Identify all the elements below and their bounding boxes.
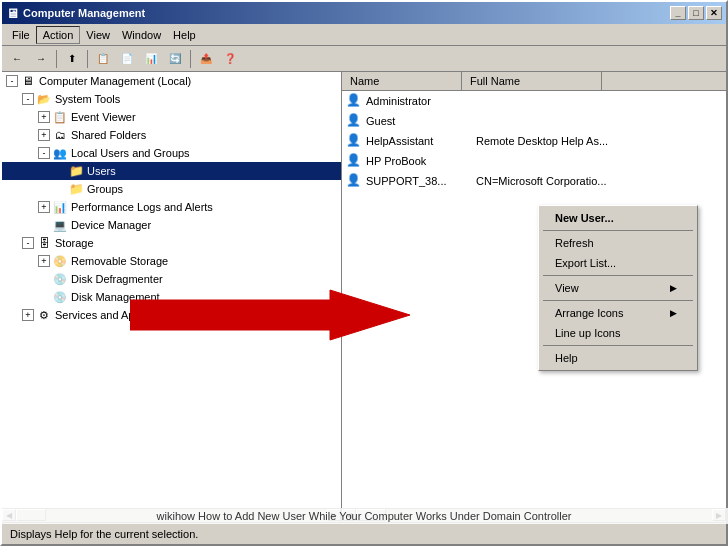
minimize-button[interactable]: _ [670,6,686,20]
window-title: Computer Management [23,7,145,19]
user-row-hpprobook[interactable]: 👤 HP ProBook [342,151,726,171]
help-button[interactable]: ❓ [219,49,241,69]
tree-label-removable: Removable Storage [71,255,168,267]
user-icon-guest: 👤 [346,113,362,129]
tree-item-shared-folders[interactable]: + Shared Folders [2,126,341,144]
ctx-lineup-label: Line up Icons [555,327,620,339]
toolbar-separator-2 [87,50,88,68]
ctx-sep-2 [543,275,693,276]
user-icon-helpassistant: 👤 [346,133,362,149]
ctx-sep-3 [543,300,693,301]
user-icon-support: 👤 [346,173,362,189]
ctx-view-arrow: ▶ [670,283,677,293]
tree-label-system-tools: System Tools [55,93,120,105]
expand-local-users[interactable]: - [38,147,50,159]
up-button[interactable]: ⬆ [61,49,83,69]
storage-icon [36,235,52,251]
red-arrow-annotation [130,285,410,347]
context-menu: New User... Refresh Export List... View … [538,205,698,371]
shared-folders-icon [52,127,68,143]
user-row-administrator[interactable]: 👤 Administrator [342,91,726,111]
status-text: Displays Help for the current selection. [10,528,198,540]
tree-label-groups: Groups [87,183,123,195]
expand-services[interactable]: + [22,309,34,321]
ctx-new-user[interactable]: New User... [539,208,697,228]
defrag-icon [52,271,68,287]
ctx-refresh-label: Refresh [555,237,594,249]
watermark-text: wikihow How to Add New User While Your C… [157,510,572,522]
tree-label-perf-logs: Performance Logs and Alerts [71,201,213,213]
tree-item-local-users[interactable]: - Local Users and Groups [2,144,341,162]
ctx-view[interactable]: View ▶ [539,278,697,298]
menu-help[interactable]: Help [167,27,202,43]
tree-label-device-manager: Device Manager [71,219,151,231]
ctx-help[interactable]: Help [539,348,697,368]
tree-item-perf-logs[interactable]: + Performance Logs and Alerts [2,198,341,216]
menu-window[interactable]: Window [116,27,167,43]
expand-perf-logs[interactable]: + [38,201,50,213]
forward-button[interactable]: → [30,49,52,69]
column-headers: Name Full Name [342,72,726,91]
expand-event-viewer[interactable]: + [38,111,50,123]
menu-action[interactable]: Action [36,26,81,44]
ctx-sep-4 [543,345,693,346]
computer-management-window: 🖥 Computer Management _ □ ✕ File Action … [0,0,728,546]
tree-item-device-manager[interactable]: Device Manager [2,216,341,234]
fullname-support: CN=Microsoft Corporatio... [476,175,607,187]
removable-icon [52,253,68,269]
tree-item-groups[interactable]: 📁 Groups [2,180,341,198]
username-helpassistant: HelpAssistant [366,135,476,147]
window-icon: 🖥 [6,6,19,21]
tree-label-users: Users [87,165,116,177]
user-icon-hpprobook: 👤 [346,153,362,169]
device-manager-icon [52,217,68,233]
export-button[interactable]: 📤 [195,49,217,69]
username-hpprobook: HP ProBook [366,155,476,167]
copy-button[interactable]: 📋 [92,49,114,69]
tree-item-system-tools[interactable]: - System Tools [2,90,341,108]
ctx-lineup-icons[interactable]: Line up Icons [539,323,697,343]
ctx-sep-1 [543,230,693,231]
menu-bar: File Action View Window Help [2,24,726,46]
ctx-help-label: Help [555,352,578,364]
tree-item-event-viewer[interactable]: + Event Viewer [2,108,341,126]
title-bar-left: 🖥 Computer Management [6,6,145,21]
paste-button[interactable]: 📄 [116,49,138,69]
refresh-button[interactable]: 🔄 [164,49,186,69]
ctx-refresh[interactable]: Refresh [539,233,697,253]
ctx-export-list[interactable]: Export List... [539,253,697,273]
properties-button[interactable]: 📊 [140,49,162,69]
toolbar-separator-1 [56,50,57,68]
title-bar: 🖥 Computer Management _ □ ✕ [2,2,726,24]
tree-item-users[interactable]: 📁 Users [2,162,341,180]
ctx-arrange-arrow: ▶ [670,308,677,318]
maximize-button[interactable]: □ [688,6,704,20]
menu-view[interactable]: View [80,27,116,43]
tree-label-defrag: Disk Defragmenter [71,273,163,285]
groups-icon: 📁 [68,181,84,197]
expand-removable[interactable]: + [38,255,50,267]
close-button[interactable]: ✕ [706,6,722,20]
username-guest: Guest [366,115,476,127]
user-row-helpassistant[interactable]: 👤 HelpAssistant Remote Desktop Help As..… [342,131,726,151]
back-button[interactable]: ← [6,49,28,69]
tree-item-removable[interactable]: + Removable Storage [2,252,341,270]
tree-item-root[interactable]: - Computer Management (Local) [2,72,341,90]
user-row-support[interactable]: 👤 SUPPORT_38... CN=Microsoft Corporatio.… [342,171,726,191]
title-bar-controls: _ □ ✕ [670,6,722,20]
ctx-arrange-icons[interactable]: Arrange Icons ▶ [539,303,697,323]
expand-system-tools[interactable]: - [22,93,34,105]
username-administrator: Administrator [366,95,476,107]
menu-file[interactable]: File [6,27,36,43]
local-users-icon [52,145,68,161]
ctx-new-user-label: New User... [555,212,614,224]
ctx-arrange-label: Arrange Icons [555,307,623,319]
user-row-guest[interactable]: 👤 Guest [342,111,726,131]
tree-item-storage[interactable]: - Storage [2,234,341,252]
expand-root[interactable]: - [6,75,18,87]
expand-shared-folders[interactable]: + [38,129,50,141]
watermark: wikihow How to Add New User While Your C… [0,508,728,524]
tree-label-event-viewer: Event Viewer [71,111,136,123]
services-icon [36,307,52,323]
expand-storage[interactable]: - [22,237,34,249]
